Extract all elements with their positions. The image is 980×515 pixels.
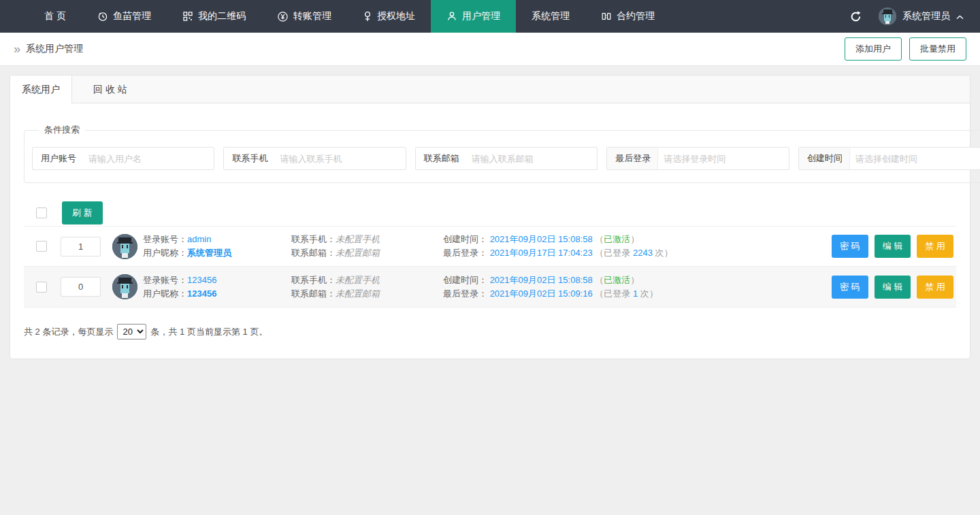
account-label: 登录账号： xyxy=(143,234,187,244)
last-login-label: 最后登录： xyxy=(443,248,487,258)
contract-icon xyxy=(601,11,612,22)
user-avatar xyxy=(112,234,137,259)
tab-bar: 系统用户 回 收 站 xyxy=(10,76,970,103)
login-count-close: 次） xyxy=(638,288,658,299)
created-label: 创建时间： xyxy=(443,234,487,244)
contact-phone-input[interactable] xyxy=(274,154,405,164)
paren-open: （ xyxy=(595,275,604,285)
select-all-checkbox[interactable] xyxy=(36,207,47,218)
contact-cell: 联系手机：未配置手机 联系邮箱：未配置邮箱 xyxy=(291,233,443,260)
user-account-input[interactable] xyxy=(83,154,214,164)
pagination-prefix: 共 2 条记录，每页显示 xyxy=(24,326,113,338)
tab-recycle-bin[interactable]: 回 收 站 xyxy=(82,76,139,103)
nav-item-label: 我的二维码 xyxy=(198,10,246,22)
table-row: 登录账号：123456 用户昵称：123456 联系手机：未配置手机 联系邮箱：… xyxy=(24,267,956,307)
nav-item-contract-management[interactable]: 合约管理 xyxy=(585,0,670,33)
page-actions: 添加用户 批量禁用 xyxy=(845,37,966,61)
yen-circle-icon xyxy=(277,11,289,22)
nav-item-label: 鱼苗管理 xyxy=(113,10,151,22)
edit-button[interactable]: 编 辑 xyxy=(875,276,911,299)
login-count-open: （已登录 xyxy=(595,248,633,258)
nav-item-home[interactable]: 首 页 xyxy=(29,0,82,33)
password-button[interactable]: 密 码 xyxy=(832,235,868,258)
nav-item-fry-management[interactable]: 鱼苗管理 xyxy=(82,0,167,33)
nickname-label: 用户昵称： xyxy=(143,288,187,299)
last-login-time: 2021年09月17日 17:04:23 xyxy=(490,248,593,258)
nickname-link[interactable]: 123456 xyxy=(187,288,216,299)
user-name: 系统管理员 xyxy=(902,10,950,22)
table-row: 登录账号：admin 用户昵称：系统管理员 联系手机：未配置手机 联系邮箱：未配… xyxy=(24,227,956,267)
user-avatar xyxy=(879,7,896,25)
disable-button[interactable]: 禁 用 xyxy=(917,235,953,258)
row-checkbox[interactable] xyxy=(36,282,47,293)
refresh-button[interactable]: 刷 新 xyxy=(62,201,103,225)
last-login-label: 最后登录： xyxy=(443,288,487,299)
pagination-suffix: 条，共 1 页当前显示第 1 页。 xyxy=(150,326,267,338)
edit-button[interactable]: 编 辑 xyxy=(875,235,911,258)
account-link[interactable]: 123456 xyxy=(187,275,216,285)
refresh-icon[interactable] xyxy=(849,10,862,23)
user-menu[interactable]: 系统管理员 xyxy=(879,7,964,25)
create-time-input[interactable] xyxy=(850,154,980,164)
field-label: 创建时间 xyxy=(799,148,850,169)
time-cell: 创建时间： 2021年09月02日 15:08:58 （已激活） 最后登录： 2… xyxy=(443,273,832,301)
tab-system-users[interactable]: 系统用户 xyxy=(10,76,72,103)
user-avatar xyxy=(112,274,137,299)
user-table: 刷 新 登录账号：admin 用户昵称：系统管理员 联系手机：未配置手机 联系邮… xyxy=(24,200,956,308)
phone-label: 联系手机： xyxy=(291,275,336,285)
nav-item-user-management[interactable]: 用户管理 xyxy=(431,0,516,33)
status-activated: 已激活 xyxy=(604,234,630,244)
account-label: 登录账号： xyxy=(143,275,187,285)
nav-item-label: 首 页 xyxy=(44,10,66,22)
paren-open: （ xyxy=(595,234,604,244)
page-size-select[interactable]: 20 xyxy=(117,324,146,339)
field-label: 用户账号 xyxy=(33,148,83,169)
nickname-link[interactable]: 系统管理员 xyxy=(187,248,231,258)
account-cell: 登录账号：123456 用户昵称：123456 xyxy=(143,273,291,301)
created-label: 创建时间： xyxy=(443,275,487,285)
batch-disable-button[interactable]: 批量禁用 xyxy=(909,37,966,61)
nav-item-label: 授权地址 xyxy=(377,10,415,22)
field-contact-email: 联系邮箱 xyxy=(415,147,598,170)
nav-item-system-management[interactable]: 系统管理 xyxy=(516,0,585,33)
page-title: 系统用户管理 xyxy=(26,43,83,55)
phone-label: 联系手机： xyxy=(291,234,336,244)
row-checkbox[interactable] xyxy=(36,241,47,252)
nav-item-label: 用户管理 xyxy=(462,10,500,22)
phone-value: 未配置手机 xyxy=(336,275,380,285)
chevron-up-icon xyxy=(956,11,964,22)
contact-email-input[interactable] xyxy=(466,154,597,164)
nav-item-my-qrcode[interactable]: 我的二维码 xyxy=(167,0,261,33)
field-contact-phone: 联系手机 xyxy=(223,147,406,170)
field-label: 最后登录 xyxy=(607,148,658,169)
location-pin-icon xyxy=(363,11,372,22)
last-login-time-input[interactable] xyxy=(658,154,788,164)
disable-button[interactable]: 禁 用 xyxy=(917,276,953,299)
search-legend: 条件搜索 xyxy=(39,124,85,136)
nav-item-transfer-management[interactable]: 转账管理 xyxy=(261,0,347,33)
search-filter-section: 条件搜索 用户账号 联系手机 联系邮箱 最后登录 xyxy=(24,124,980,183)
tab-content: 条件搜索 用户账号 联系手机 联系邮箱 最后登录 xyxy=(10,103,970,359)
contact-cell: 联系手机：未配置手机 联系邮箱：未配置邮箱 xyxy=(291,273,443,301)
add-user-button[interactable]: 添加用户 xyxy=(845,37,902,61)
user-icon xyxy=(446,11,457,22)
password-button[interactable]: 密 码 xyxy=(832,276,868,299)
created-time: 2021年09月02日 15:08:58 xyxy=(490,234,593,244)
created-time: 2021年09月02日 15:08:58 xyxy=(490,275,593,285)
field-user-account: 用户账号 xyxy=(32,147,214,170)
pagination: 共 2 条记录，每页显示 20 条，共 1 页当前显示第 1 页。 xyxy=(24,324,956,345)
login-count: 2243 xyxy=(633,248,653,258)
phone-value: 未配置手机 xyxy=(336,234,380,244)
sort-order-input[interactable] xyxy=(61,277,101,297)
qrcode-icon xyxy=(182,11,193,22)
nav-item-authorized-address[interactable]: 授权地址 xyxy=(347,0,431,33)
field-last-login: 最后登录 xyxy=(606,147,789,170)
last-login-time: 2021年09月02日 15:09:16 xyxy=(490,288,593,299)
account-link[interactable]: admin xyxy=(187,234,211,244)
nav-item-label: 合约管理 xyxy=(617,10,655,22)
login-count-close: 次） xyxy=(653,248,673,258)
sort-order-input[interactable] xyxy=(61,237,101,256)
nav-item-label: 转账管理 xyxy=(293,10,331,22)
status-activated: 已激活 xyxy=(604,275,630,285)
email-label: 联系邮箱： xyxy=(291,288,336,299)
